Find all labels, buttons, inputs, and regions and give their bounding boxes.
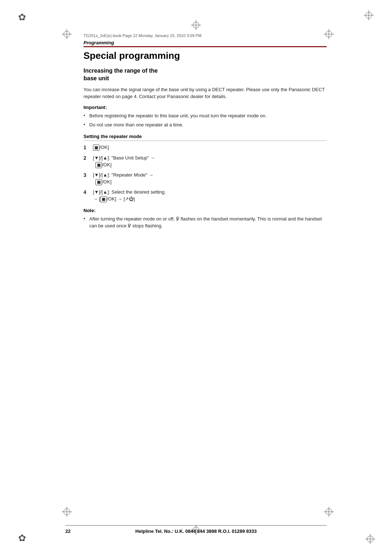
- crosshair-tl-inner: [62, 29, 72, 39]
- step-2: 2 [▼]/[▲]: "Base Unit Setup" → ▣/OK]: [83, 154, 327, 169]
- page: ✿ TG251x_2xE(e).book Page 22 Monday, Jan…: [0, 0, 392, 555]
- bullet-item-2: Do not use more than one repeater at a t…: [83, 121, 327, 129]
- reg-flower-bl: ✿: [18, 533, 26, 543]
- note-list: After turning the repeater mode on or of…: [83, 215, 327, 230]
- menu-icon-1: ▣: [93, 145, 99, 151]
- page-title: Special programming: [83, 50, 327, 61]
- crosshair-bl-inner: [62, 507, 72, 517]
- crosshair-br-outer: [365, 534, 375, 544]
- important-list: Before registering the repeater to this …: [83, 112, 327, 129]
- crosshair-top-center: [191, 20, 201, 30]
- crosshair-br-inner: [324, 507, 334, 517]
- file-info: TG251x_2xE(e).book Page 22 Monday, Janua…: [83, 33, 327, 41]
- crosshair-bottom-center: [191, 525, 201, 535]
- note-item-1: After turning the repeater mode on or of…: [83, 215, 327, 230]
- menu-icon-3: ▣: [95, 179, 102, 185]
- step-3: 3 [▼]/[▲]: "Repeater Mode" → ▣/OK]: [83, 171, 327, 186]
- note-label: Note:: [83, 208, 327, 213]
- section-divider: [83, 46, 327, 47]
- step-list: 1 ▣/OK] 2 [▼]/[▲]: "Base Unit Setup" → ▣…: [83, 144, 327, 203]
- main-content: Programming Special programming Increasi…: [83, 40, 327, 508]
- setting-subtitle: Setting the repeater mode: [83, 134, 327, 141]
- section-header: Programming: [83, 40, 327, 45]
- step-4: 4 [▼]/[▲]: Select the desired setting. →…: [83, 189, 327, 203]
- page-number: 22: [65, 528, 70, 534]
- intro-text: You can increase the signal range of the…: [83, 86, 327, 100]
- crosshair-tr: [364, 10, 374, 20]
- important-label: Important:: [83, 105, 327, 110]
- subsection-title: Increasing the range of the base unit: [83, 67, 327, 82]
- step-1: 1 ▣/OK]: [83, 144, 327, 151]
- reg-flower-tl: ✿: [18, 12, 26, 22]
- menu-icon-4: ▣: [100, 196, 107, 202]
- bullet-item-1: Before registering the repeater to this …: [83, 112, 327, 119]
- menu-icon-2: ▣: [95, 162, 102, 168]
